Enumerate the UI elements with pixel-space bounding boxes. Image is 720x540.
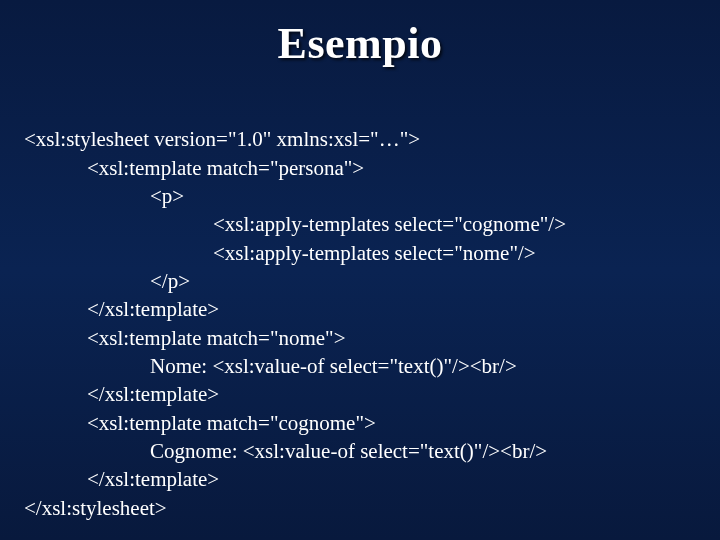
code-line: </p>	[24, 269, 190, 293]
code-line: <xsl:stylesheet version="1.0" xmlns:xsl=…	[24, 127, 420, 151]
code-line: </xsl:template>	[24, 467, 219, 491]
code-line: Cognome: <xsl:value-of select="text()"/>…	[24, 439, 547, 463]
code-line: Nome: <xsl:value-of select="text()"/><br…	[24, 354, 517, 378]
code-block: <xsl:stylesheet version="1.0" xmlns:xsl=…	[24, 97, 696, 522]
code-line: <xsl:apply-templates select="nome"/>	[24, 241, 536, 265]
slide-title: Esempio	[24, 18, 696, 69]
code-line: <p>	[24, 184, 184, 208]
slide: Esempio <xsl:stylesheet version="1.0" xm…	[0, 0, 720, 540]
code-line: </xsl:template>	[24, 297, 219, 321]
code-line: <xsl:template match="cognome">	[24, 411, 376, 435]
code-line: </xsl:stylesheet>	[24, 496, 167, 520]
code-line: <xsl:apply-templates select="cognome"/>	[24, 212, 566, 236]
code-line: <xsl:template match="nome">	[24, 326, 346, 350]
code-line: </xsl:template>	[24, 382, 219, 406]
code-line: <xsl:template match="persona">	[24, 156, 364, 180]
